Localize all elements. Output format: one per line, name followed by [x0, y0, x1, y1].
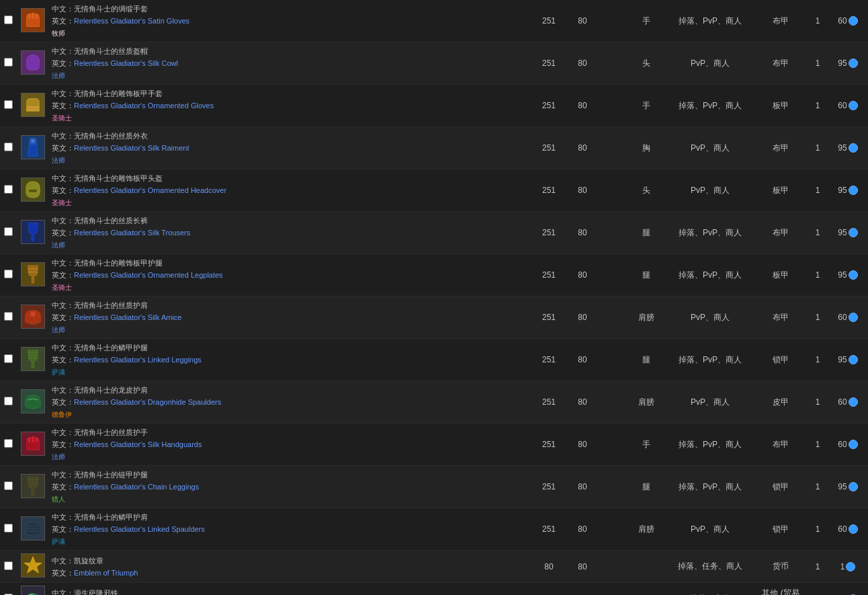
item-icon-cell [17, 583, 49, 596]
honor-coin-icon [849, 16, 858, 26]
item-en-name[interactable]: Relentless Gladiator's Satin Gloves [74, 17, 189, 25]
item-slot: 腿 [626, 466, 666, 508]
item-slot: 手 [626, 0, 666, 42]
item-en-name[interactable]: Relentless Gladiator's Chain Leggings [74, 483, 199, 491]
item-en-name[interactable]: Relentless Gladiator's Silk Handguards [74, 440, 202, 448]
item-level: 80 [566, 42, 599, 85]
item-count: 1 [808, 424, 828, 466]
item-en-name[interactable]: Relentless Gladiator's Silk Trousers [74, 229, 190, 237]
price-value: 60 [838, 524, 847, 534]
item-icon-cell [17, 85, 49, 127]
row-checkbox[interactable] [4, 481, 13, 490]
price-badge: 95 [838, 482, 857, 491]
item-icon [21, 432, 45, 456]
row-checkbox[interactable] [4, 270, 13, 278]
item-type: 其他 (贸易品) [754, 583, 808, 596]
row-checkbox[interactable] [4, 312, 13, 321]
item-price: 60 [828, 0, 868, 42]
honor-coin-icon [849, 482, 858, 491]
row-checkbox-cell [0, 466, 17, 508]
item-ilvl: 251 [532, 127, 566, 169]
item-en-name[interactable]: Relentless Gladiator's Ornamented Headco… [74, 186, 226, 194]
item-count: 1 [808, 85, 828, 127]
row-checkbox[interactable] [4, 15, 13, 24]
row-checkbox[interactable] [4, 524, 13, 532]
item-en-name[interactable]: Relentless Gladiator's Silk Cowl [74, 59, 178, 67]
item-zh-name: 无情角斗士的丝质护肩 [74, 301, 148, 309]
row-checkbox-cell [0, 381, 17, 424]
item-ilvl: 251 [532, 381, 566, 424]
table-row: 中文：无情角斗士的丝质外衣 英文：Relentless Gladiator's … [0, 127, 868, 169]
item-en-label: 英文： [52, 17, 74, 25]
item-zh-label: 中文： [52, 132, 74, 140]
item-type: 布甲 [754, 424, 808, 466]
item-count: 1 [808, 339, 828, 381]
item-en-label: 英文： [52, 356, 74, 364]
item-zh-name: 无情角斗士的丝质盔帽 [74, 47, 148, 55]
honor-coin-icon [849, 58, 858, 68]
item-en-name[interactable]: Relentless Gladiator's Linked Spaulders [74, 525, 205, 533]
item-name-block: 中文：无情角斗士的丝质外衣 英文：Relentless Gladiator's … [52, 130, 528, 166]
item-info-cell: 中文：无情角斗士的龙皮护肩 英文：Relentless Gladiator's … [49, 381, 532, 424]
item-level: 80 [566, 254, 599, 296]
item-name-block: 中文：无情角斗士的雕饰板甲手套 英文：Relentless Gladiator'… [52, 87, 528, 124]
item-en-name[interactable]: Relentless Gladiator's Ornamented Legpla… [74, 271, 223, 279]
price-badge: 95 [838, 186, 857, 195]
item-count: 1 [808, 254, 828, 296]
row-checkbox[interactable] [4, 227, 13, 236]
item-ilvl: 251 [532, 296, 566, 339]
item-price: 95 [828, 212, 868, 254]
item-icon [21, 474, 45, 498]
item-price: 95 [828, 466, 868, 508]
item-en-name[interactable]: Relentless Gladiator's Silk Raiment [74, 144, 189, 152]
item-icon [21, 389, 45, 413]
price-badge: 60 [838, 440, 857, 449]
row-checkbox[interactable] [4, 100, 13, 109]
item-level: 80 [566, 339, 599, 381]
row-checkbox[interactable] [4, 561, 13, 570]
item-source: PvP、商人 [666, 296, 754, 339]
honor-coin-icon [849, 228, 858, 237]
item-en-name[interactable]: Emblem of Triumph [74, 569, 138, 577]
honor-coin-icon [849, 440, 858, 449]
svg-point-9 [31, 138, 35, 143]
item-slot: 手 [626, 85, 666, 127]
price-badge: 60 [838, 397, 857, 407]
svg-rect-6 [27, 106, 40, 108]
item-info-cell: 中文：无情角斗士的鳞甲护腿 英文：Relentless Gladiator's … [49, 339, 532, 381]
price-badge: 60 [838, 313, 857, 322]
svg-rect-15 [28, 271, 38, 273]
price-value: 95 [838, 270, 847, 280]
svg-rect-26 [36, 437, 38, 442]
item-level: 80 [566, 296, 599, 339]
item-zh-label: 中文： [52, 89, 74, 97]
item-en-name[interactable]: Relentless Gladiator's Linked Leggings [74, 356, 202, 364]
row-checkbox[interactable] [4, 397, 13, 405]
price-badge: 1 [840, 562, 856, 571]
item-price: 60 [828, 508, 868, 551]
honor-coin-icon [849, 101, 858, 110]
table-row: 中文：无情角斗士的绸缎手套 英文：Relentless Gladiator's … [0, 0, 868, 42]
item-slot: 头 [626, 42, 666, 85]
row-checkbox[interactable] [4, 185, 13, 194]
row-checkbox[interactable] [4, 439, 13, 448]
svg-rect-25 [32, 436, 34, 442]
item-icon [21, 220, 45, 244]
row-checkbox[interactable] [4, 143, 13, 151]
item-count: 1 [808, 0, 828, 42]
item-en-name[interactable]: Relentless Gladiator's Ornamented Gloves [74, 102, 214, 110]
item-source: PvP、商人 [666, 169, 754, 212]
item-name-block: 中文：无情角斗士的雕饰板甲头盔 英文：Relentless Gladiator'… [52, 172, 528, 208]
row-checkbox[interactable] [4, 58, 13, 67]
item-icon [21, 347, 45, 371]
item-en-name[interactable]: Relentless Gladiator's Dragonhide Spauld… [74, 398, 221, 406]
item-class: 牧师 [52, 30, 65, 37]
item-en-name[interactable]: Relentless Gladiator's Silk Amice [74, 313, 181, 321]
item-empty-col [599, 212, 626, 254]
item-level: 80 [566, 85, 599, 127]
item-en-label: 英文： [52, 144, 74, 152]
table-row: 中文：无情角斗士的鳞甲护腿 英文：Relentless Gladiator's … [0, 339, 868, 381]
item-type: 锁甲 [754, 508, 808, 551]
row-checkbox[interactable] [4, 354, 13, 363]
item-icon [21, 177, 45, 202]
